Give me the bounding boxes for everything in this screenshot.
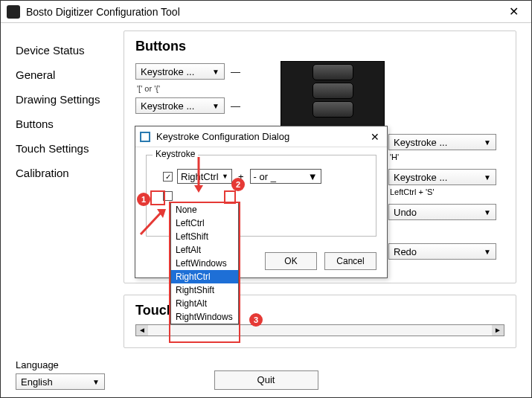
annotation-marker-3: 3 bbox=[249, 313, 263, 327]
chevron-down-icon: ▼ bbox=[222, 173, 228, 180]
combo-value: Keystroke ... bbox=[141, 66, 194, 77]
chevron-down-icon: ▼ bbox=[212, 68, 219, 76]
tablet-key-2 bbox=[313, 83, 353, 99]
combo-value: RightCtrl bbox=[181, 171, 219, 182]
combo-value: Keystroke ... bbox=[394, 172, 447, 183]
close-button[interactable]: ✕ bbox=[499, 4, 528, 19]
modifier-1-combo[interactable]: RightCtrl ▼ bbox=[177, 169, 232, 184]
titlebar: Bosto Digitizer Configuration Tool ✕ bbox=[1, 1, 531, 23]
dialog-icon bbox=[140, 132, 150, 142]
panel-title-buttons: Buttons bbox=[135, 39, 504, 54]
chevron-down-icon: ▼ bbox=[484, 173, 491, 182]
combo-value: Redo bbox=[394, 246, 417, 257]
chevron-down-icon: ▼ bbox=[308, 171, 318, 182]
cancel-button[interactable]: Cancel bbox=[324, 252, 376, 270]
chevron-down-icon: ▼ bbox=[484, 208, 491, 216]
button-r1-combo[interactable]: Keystroke ... ▼ bbox=[388, 134, 496, 150]
quit-button[interactable]: Quit bbox=[214, 370, 318, 390]
combo-value: Undo bbox=[394, 207, 417, 218]
connector-line: — bbox=[231, 100, 240, 112]
touch-scrollbar[interactable]: ◄ ► bbox=[135, 324, 504, 336]
sidebar-item-calibration[interactable]: Calibration bbox=[16, 161, 116, 185]
sidebar-item-device-status[interactable]: Device Status bbox=[16, 38, 116, 62]
dropdown-option[interactable]: RightWindows bbox=[171, 310, 238, 324]
app-icon bbox=[7, 5, 20, 19]
language-label: Language bbox=[16, 359, 516, 370]
chevron-down-icon: ▼ bbox=[92, 378, 100, 386]
scroll-left-icon[interactable]: ◄ bbox=[136, 325, 148, 336]
dropdown-option-selected[interactable]: RightCtrl bbox=[171, 270, 238, 283]
button-r4-combo[interactable]: Redo ▼ bbox=[388, 243, 496, 260]
dialog-title: Keystroke Configuration Dialog bbox=[156, 131, 368, 142]
button-r2-combo[interactable]: Keystroke ... ▼ bbox=[388, 169, 496, 185]
sidebar: Device Status General Drawing Settings B… bbox=[1, 23, 116, 367]
modifier-2-checkbox[interactable] bbox=[163, 191, 173, 201]
scroll-right-icon[interactable]: ► bbox=[492, 325, 504, 336]
dialog-titlebar: Keystroke Configuration Dialog ✕ bbox=[135, 126, 387, 147]
dropdown-option[interactable]: RightAlt bbox=[171, 297, 238, 310]
tablet-key-1 bbox=[313, 64, 353, 80]
annotation-marker-1: 1 bbox=[137, 193, 150, 206]
modifier-dropdown-list[interactable]: None LeftCtrl LeftShift LeftAlt LeftWind… bbox=[170, 202, 239, 324]
chevron-down-icon: ▼ bbox=[484, 248, 491, 256]
combo-value: English bbox=[21, 376, 53, 388]
annotation-marker-2: 2 bbox=[231, 178, 245, 191]
sidebar-item-touch-settings[interactable]: Touch Settings bbox=[16, 136, 116, 161]
button-2-combo[interactable]: Keystroke ... ▼ bbox=[135, 97, 225, 114]
footer: Language English ▼ Quit bbox=[1, 359, 531, 390]
connector-line: — bbox=[231, 66, 240, 77]
ok-button[interactable]: OK bbox=[265, 252, 317, 270]
dropdown-option[interactable]: RightShift bbox=[171, 283, 238, 297]
combo-value: Keystroke ... bbox=[141, 100, 194, 112]
button-r3-combo[interactable]: Undo ▼ bbox=[388, 204, 496, 220]
dropdown-option[interactable]: None bbox=[171, 203, 238, 216]
window-title: Bosto Digitizer Configuration Tool bbox=[26, 6, 499, 18]
fieldset-legend: Keystroke bbox=[153, 149, 198, 159]
dialog-close-button[interactable]: ✕ bbox=[368, 131, 382, 143]
button-r2-caption: LeftCtrl + 'S' bbox=[390, 187, 496, 196]
sidebar-item-drawing-settings[interactable]: Drawing Settings bbox=[16, 87, 116, 112]
combo-value: - or _ bbox=[254, 171, 276, 182]
modifier-1-checkbox[interactable]: ✓ bbox=[163, 172, 173, 182]
dropdown-option[interactable]: LeftShift bbox=[171, 230, 238, 243]
tablet-illustration bbox=[281, 61, 385, 128]
right-button-column: Keystroke ... ▼ 'H' Keystroke ... ▼ Left… bbox=[388, 134, 496, 262]
key-combo[interactable]: - or _ ▼ bbox=[250, 169, 321, 184]
sidebar-item-general[interactable]: General bbox=[16, 62, 116, 87]
dropdown-option[interactable]: LeftWindows bbox=[171, 257, 238, 270]
dropdown-option[interactable]: LeftAlt bbox=[171, 243, 238, 257]
sidebar-item-buttons[interactable]: Buttons bbox=[16, 112, 116, 136]
tablet-key-3 bbox=[313, 101, 353, 118]
button-r1-caption: 'H' bbox=[390, 153, 496, 161]
dropdown-option[interactable]: LeftCtrl bbox=[171, 216, 238, 230]
chevron-down-icon: ▼ bbox=[484, 138, 491, 147]
chevron-down-icon: ▼ bbox=[212, 102, 219, 110]
combo-value: Keystroke ... bbox=[394, 137, 447, 148]
button-1-combo[interactable]: Keystroke ... ▼ bbox=[135, 63, 225, 80]
language-combo[interactable]: English ▼ bbox=[16, 373, 105, 390]
